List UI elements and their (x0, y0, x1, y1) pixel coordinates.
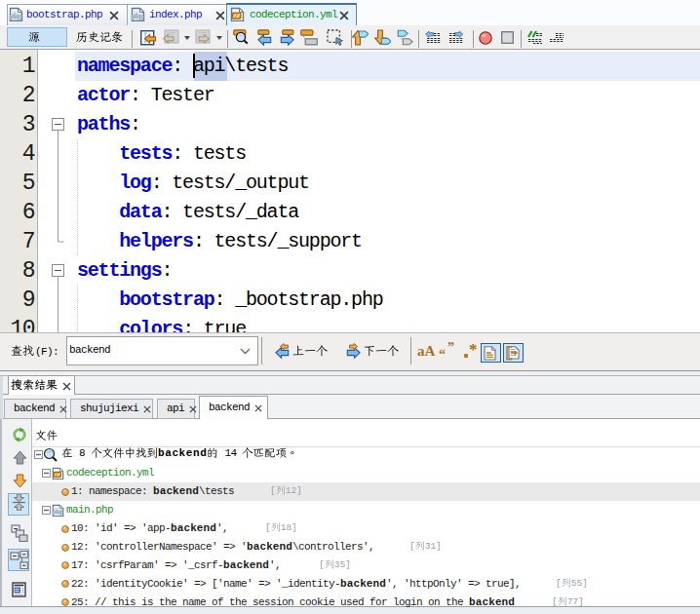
svg-text:php: php (53, 509, 63, 515)
svg-text:php: php (132, 13, 144, 20)
svg-text:php: php (10, 13, 22, 20)
